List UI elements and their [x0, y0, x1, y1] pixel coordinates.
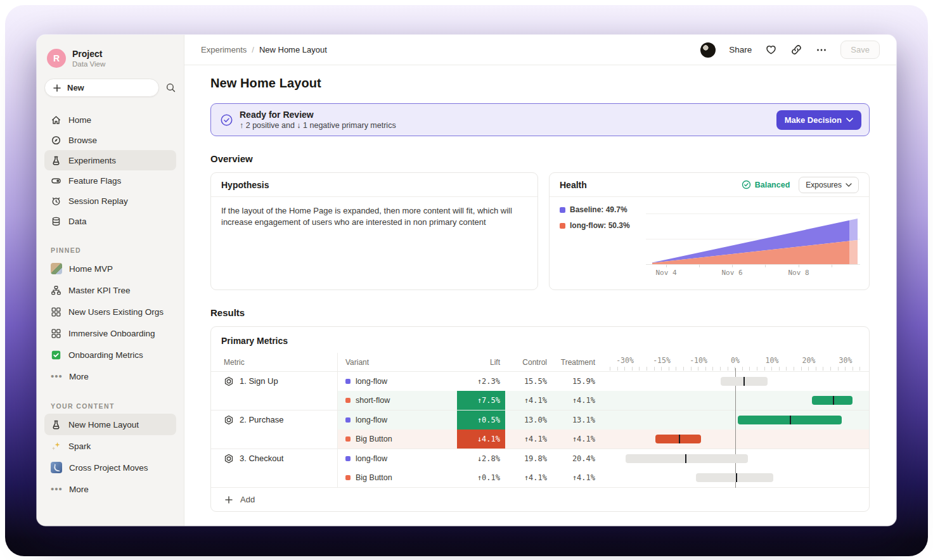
legend-item-long-flow: long-flow: 50.3%: [560, 221, 630, 230]
compass-icon: [51, 135, 61, 146]
sidebar-item-label: Feature Flags: [68, 176, 121, 186]
axis-tick-label: -10%: [690, 356, 707, 365]
health-title: Health: [560, 180, 587, 190]
axis-tick-label: 30%: [839, 356, 853, 365]
column-header-lift: Lift: [457, 353, 505, 371]
breadcrumb-separator: /: [252, 45, 254, 54]
exposures-dropdown[interactable]: Exposures: [799, 177, 859, 193]
axis-tick-label: 0%: [731, 356, 740, 365]
metric-name: 1. Sign Up: [240, 376, 278, 386]
sidebar-item-data[interactable]: Data: [44, 211, 176, 231]
table-row[interactable]: Big Button ↓4.1% ↑4.1% ↑4.1%: [338, 430, 869, 449]
project-switcher[interactable]: R Project Data View: [37, 35, 184, 68]
sidebar-item-home[interactable]: Home: [44, 110, 176, 130]
your-content-item-label: More: [69, 485, 89, 494]
search-icon[interactable]: [165, 82, 176, 93]
sidebar-item-label: Home: [68, 115, 91, 125]
control-value: ↑4.1%: [505, 430, 548, 449]
zero-baseline: [735, 368, 736, 488]
sparkle-icon: [51, 441, 61, 452]
primary-metrics-card: Primary Metrics Metric Variant Lift Cont…: [210, 326, 870, 512]
user-avatar[interactable]: [700, 42, 716, 58]
your-content-item-cross-project-moves[interactable]: Cross Project Moves: [44, 457, 176, 478]
ci-chart-cell: [604, 410, 868, 430]
your-content-more-button[interactable]: ••• More: [44, 478, 176, 500]
balanced-status-badge: Balanced: [742, 180, 790, 189]
area-series: [646, 216, 860, 264]
topbar: Experiments / New Home Layout Share Save: [184, 35, 896, 65]
x-tick-label: Nov 8: [788, 269, 809, 277]
chevron-down-icon: [846, 118, 853, 122]
ellipsis-icon: •••: [51, 373, 62, 379]
sidebar-item-browse[interactable]: Browse: [44, 130, 176, 150]
table-row[interactable]: Big Button ↑0.1% ↑4.1% ↑4.1%: [338, 468, 869, 487]
pinned-section-label: PINNED: [43, 246, 177, 254]
your-content-item-label: New Home Layout: [68, 420, 139, 430]
treatment-value: ↑4.1%: [548, 468, 596, 487]
axis-tick-label: 10%: [766, 356, 779, 365]
pinned-item-label: Onboarding Metrics: [68, 350, 143, 360]
your-content-section-label: YOUR CONTENT: [43, 402, 177, 410]
main-panel: Experiments / New Home Layout Share Save…: [184, 35, 896, 526]
table-row[interactable]: long-flow ↑2.3% 15.5% 15.9%: [338, 372, 869, 391]
breadcrumb-experiments[interactable]: Experiments: [201, 45, 247, 54]
make-decision-label: Make Decision: [785, 115, 842, 125]
pinned-item-new-users-existing-orgs[interactable]: New Users Existing Orgs: [44, 301, 176, 322]
exposures-area-chart: Nov 4 Nov 6 Nov 8: [646, 198, 860, 287]
make-decision-button[interactable]: Make Decision: [776, 110, 861, 130]
variant-color-dot: [345, 417, 351, 423]
save-button[interactable]: Save: [840, 41, 880, 59]
metric-cell[interactable]: 1. Sign Up: [211, 372, 338, 410]
lift-axis-header: -30%-15%-10%0%10%20%30%: [604, 353, 868, 371]
lift-value: ↑0.5%: [457, 410, 505, 430]
replay-icon: [51, 196, 61, 207]
axis-tick-label: -30%: [616, 356, 634, 365]
database-icon: [51, 216, 61, 227]
ci-point-tick: [743, 377, 745, 386]
legend-label: Baseline: 49.7%: [570, 205, 627, 214]
copy-link-icon[interactable]: [790, 44, 802, 56]
results-heading: Results: [210, 307, 870, 318]
pinned-item-master-kpi-tree[interactable]: Master KPI Tree: [44, 279, 176, 301]
pinned-item-home-mvp[interactable]: Home MVP: [44, 258, 176, 279]
sidebar-item-label: Data: [68, 217, 87, 226]
blue-thumbnail: [51, 462, 62, 473]
x-tick-label: Nov 6: [721, 269, 742, 277]
share-button[interactable]: Share: [729, 45, 752, 54]
more-options-icon[interactable]: [816, 44, 827, 56]
column-header-metric: Metric: [211, 353, 338, 371]
column-header-treatment: Treatment: [548, 353, 596, 371]
your-content-item-spark[interactable]: Spark: [44, 435, 176, 457]
metric-group-purchase: 2. Purchase long-flow ↑0.5% 13.0% 13.1%: [211, 410, 869, 449]
add-label: Add: [240, 495, 255, 504]
pinned-item-immersive-onboarding[interactable]: Immersive Onboarding: [44, 322, 176, 344]
pinned-item-onboarding-metrics[interactable]: Onboarding Metrics: [44, 344, 176, 366]
table-row[interactable]: short-flow ↑7.5% ↑4.1% ↑4.1%: [338, 391, 869, 410]
treatment-value: 15.9%: [548, 372, 596, 391]
new-button[interactable]: New: [44, 79, 159, 97]
add-metric-button[interactable]: Add: [211, 488, 869, 511]
metric-cell[interactable]: 3. Checkout: [211, 449, 338, 487]
variant-color-dot: [345, 398, 351, 403]
table-row[interactable]: long-flow ↓2.8% 19.8% 20.4%: [338, 449, 869, 468]
ci-point-tick: [685, 454, 686, 463]
pinned-more-button[interactable]: ••• More: [44, 366, 176, 387]
variant-name: short-flow: [356, 396, 390, 405]
sidebar-item-experiments[interactable]: Experiments: [44, 150, 176, 170]
sidebar: R Project Data View New Home Browse: [37, 35, 184, 526]
axis-tick-label: 20%: [802, 356, 816, 365]
sidebar-item-session-replay[interactable]: Session Replay: [44, 191, 176, 211]
legend-swatch: [560, 223, 565, 229]
sidebar-item-feature-flags[interactable]: Feature Flags: [44, 170, 176, 191]
pinned-item-label: Home MVP: [69, 264, 113, 274]
your-content-item-new-home-layout[interactable]: New Home Layout: [44, 414, 176, 435]
ready-for-review-banner: Ready for Review ↑ 2 positive and ↓ 1 ne…: [210, 103, 870, 136]
sidebar-item-label: Browse: [68, 136, 97, 145]
table-row[interactable]: long-flow ↑0.5% 13.0% 13.1%: [338, 410, 869, 430]
hypothesis-body: If the layout of the Home Page is expand…: [211, 197, 525, 236]
metric-cell[interactable]: 2. Purchase: [211, 410, 338, 449]
project-avatar: R: [47, 49, 66, 68]
lift-value: ↑2.3%: [457, 372, 505, 391]
favorite-heart-icon[interactable]: [765, 44, 777, 56]
sidebar-item-label: Session Replay: [68, 196, 128, 206]
